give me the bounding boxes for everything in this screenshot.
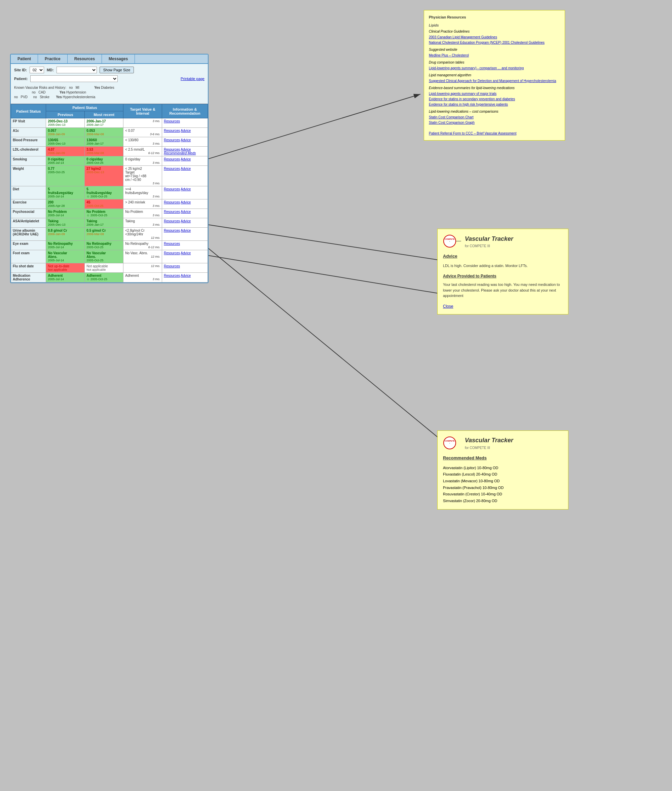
table-row: Blood Pressure 130/65 2005-Dec-13 130/60…: [11, 137, 208, 147]
table-row: Urine albumin(ACR/24hr UAE) 0.8 g/mol Cr…: [11, 228, 208, 241]
vascular-advice-popup: COMPETE * Vascular Tracker for COMPETE I…: [437, 229, 568, 315]
row-info-fp-visit: Resources: [162, 118, 208, 128]
svg-text:COMPETE: COMPETE: [445, 238, 455, 240]
svg-text:*: *: [450, 443, 450, 444]
physician-resources-popup: Physician Resources Lipids Clinical Prac…: [424, 10, 565, 141]
md-select[interactable]: [56, 67, 97, 74]
patient-status-header: Patient Status: [11, 104, 46, 118]
svg-text:*: *: [450, 241, 450, 243]
svg-line-3: [168, 249, 454, 296]
patient-label: Patient:: [14, 77, 27, 81]
lipids-section-title: Lipids: [429, 23, 560, 28]
patient-status-table: Patient Status Patient Status Target Val…: [11, 104, 208, 283]
tab-patient[interactable]: Patient: [11, 54, 38, 63]
md-label: MD:: [47, 68, 54, 72]
resource-link-1[interactable]: 2003 Canadian Lipid Management Guideline…: [429, 35, 560, 40]
show-page-size-button[interactable]: Show Page Size: [99, 67, 134, 74]
advice-text: LDL is high. Consider adding a statin. M…: [443, 263, 563, 269]
nav-tabs: Patient Practice Resources Messages: [11, 54, 208, 64]
app-window: Patient Practice Resources Messages Site…: [10, 54, 208, 283]
compete-logo: COMPETE *: [443, 234, 461, 249]
previous-header: Previous: [46, 111, 85, 118]
site-id-label: Site ID:: [14, 68, 27, 72]
row-label-fp-visit: FP Visit: [11, 118, 46, 128]
svg-line-4: [168, 215, 454, 451]
list-item: Fluvastatin (Lescol) 20-40mg OD: [443, 471, 563, 478]
list-item: Pravastatin (Pravachol) 10-80mg OD: [443, 485, 563, 491]
resource-link-4[interactable]: Lipid-lowering agents summary) - compari…: [429, 66, 560, 70]
table-row: Eye exam No Retinopathy 2005-Jul-14 No R…: [11, 241, 208, 250]
vascular-header: COMPETE * Vascular Tracker for COMPETE I…: [443, 234, 563, 249]
target-value-header: Target Value & Interval: [123, 104, 162, 118]
recommended-meds-title: Recommended Meds: [443, 455, 563, 462]
table-row: ASA/Antiplatelet Taking 2005-Dec-13 Taki…: [11, 218, 208, 228]
tab-messages[interactable]: Messages: [102, 54, 135, 63]
resource-link-3[interactable]: Medline Plus – Cholesterol: [429, 53, 560, 58]
close-link[interactable]: Close: [443, 304, 563, 309]
resource-link-7[interactable]: Evidence for statins in secondary preven…: [429, 96, 560, 102]
row-previous-fp-visit: 2005-Dec-13 2005-Dec-13: [46, 118, 85, 128]
table-row: Diet 5fruits&vegs/day 2005-Jul-14 5fruit…: [11, 186, 208, 200]
advice-provided-title: Advice Provided to Patients: [443, 273, 563, 279]
toolbar: Site ID: 02 MD: Show Page Size Patient: …: [11, 64, 208, 104]
meds-vascular-title: Vascular Tracker: [465, 436, 513, 445]
printable-page-link[interactable]: Printable page: [181, 77, 205, 81]
tab-practice[interactable]: Practice: [38, 54, 67, 63]
resource-link-9[interactable]: Statin Cost Comparison Chart: [429, 115, 560, 120]
medications-list: Atorvastatin (Lipitor) 10-80mg OD Fluvas…: [443, 465, 563, 504]
svg-line-2: [168, 219, 454, 262]
physician-resources-title: Physician Resources: [429, 14, 560, 20]
resource-link-2[interactable]: National Cholesterol Education Program (…: [429, 40, 560, 45]
meds-vascular-header: COMPETE * Vascular Tracker for COMPETE I…: [443, 436, 563, 451]
patient-select[interactable]: [30, 75, 118, 82]
row-recent-fp-visit: 2006-Jan-17 2006-Jan-17: [85, 118, 123, 128]
advice-section-title: Advice: [443, 253, 563, 260]
table-row: MedicationAdherence Adherent 2005-Jul-14…: [11, 273, 208, 283]
list-item: Simvastatin (Zocor) 20-80mg OD: [443, 498, 563, 504]
most-recent-header: Most recent: [85, 111, 123, 118]
known-risks: Known Vascular Risks and History: no MI …: [14, 84, 205, 101]
table-row: Flu shot date Not up-to-date Not applica…: [11, 263, 208, 273]
row-target-fp-visit: 3 mo.: [123, 118, 162, 128]
patient-status-span: Patient Status: [46, 104, 123, 111]
list-item: Lovastatin (Mevacor) 10-80mg OD: [443, 478, 563, 484]
compete-logo-meds: COMPETE *: [443, 436, 461, 451]
resource-link-6[interactable]: Lipid-lowering agents summary of major t…: [429, 91, 560, 96]
vascular-tracker-subtitle: for COMPETE III: [465, 243, 513, 249]
list-item: Rosuvastatin (Crestor) 10-40mg OD: [443, 491, 563, 497]
table-row: A1c 0.057 2006-Jan-09 0.053 2006-Mar-08 …: [11, 128, 208, 137]
information-header: Information & Recommendation: [162, 104, 208, 118]
vascular-tracker-title: Vascular Tracker: [465, 235, 513, 243]
table-row: Psychosocial No Problem 2005-Jul-14 No P…: [11, 209, 208, 218]
recommended-meds-popup: COMPETE * Vascular Tracker for COMPETE I…: [437, 430, 568, 510]
resource-link-8[interactable]: Evidence for statins in high risk hypert…: [429, 102, 560, 107]
resource-link-11[interactable]: Patient Referral Form to CCC – Brief Vas…: [429, 131, 560, 136]
table-row: Smoking 0 cigs/day 2005-Jul-14 0 cigs/da…: [11, 157, 208, 166]
site-id-select[interactable]: 02: [30, 67, 44, 74]
advice-provided-text: Your last cholesterol reading was too hi…: [443, 282, 563, 299]
table-row: Exercise 200 2005-Apr-28 45 2005-Oct-25 …: [11, 200, 208, 209]
table-row: FP Visit 2005-Dec-13 2005-Dec-13 2006-Ja…: [11, 118, 208, 128]
list-item: Atorvastatin (Lipitor) 10-80mg OD: [443, 465, 563, 471]
table-row: LDL-cholesterol 4.07 2006-Jan-09 3.53 20…: [11, 147, 208, 157]
resource-link-5[interactable]: Suggested Clinical Approach for Detectio…: [429, 78, 560, 83]
table-row: Foot exam No VascularAbns. 2005-Jul-14 N…: [11, 250, 208, 263]
meds-vascular-subtitle: for COMPETE III: [465, 445, 513, 451]
resource-link-10[interactable]: Statin Cost Comparison Graph: [429, 120, 560, 125]
svg-text:COMPETE: COMPETE: [445, 440, 455, 442]
table-row: Weight 0.77 2005-Oct-25 27 kg/m2 2005-De…: [11, 166, 208, 186]
tab-resources[interactable]: Resources: [67, 54, 102, 63]
